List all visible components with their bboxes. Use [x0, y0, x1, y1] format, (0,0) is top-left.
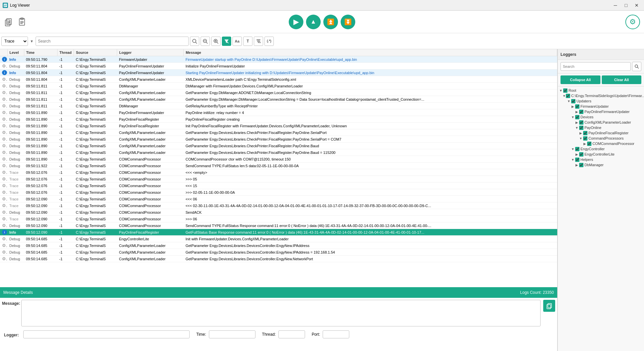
clear-filter-button[interactable]: [222, 37, 231, 46]
table-row[interactable]: ⚙Debug09:50:11.890-1C:\Engy.TerminalSCOM…: [0, 156, 557, 163]
table-row[interactable]: ⚙Debug09:50:11.890-1C:\Engy.TerminalSPay…: [0, 116, 557, 123]
advanced-filter-button[interactable]: [254, 37, 263, 46]
tree-expand-icon[interactable]: ▶: [574, 163, 579, 167]
regex-button[interactable]: (.*): [264, 37, 274, 46]
zoom-plus-button[interactable]: [211, 37, 221, 46]
tree-item[interactable]: ▶COMCommandProcessor: [558, 141, 644, 146]
col-header-level[interactable]: Level: [7, 49, 24, 56]
time-field[interactable]: [209, 330, 255, 338]
case-sensitive-button[interactable]: Aa: [233, 37, 242, 46]
tree-checkbox[interactable]: [575, 147, 579, 151]
table-row[interactable]: ⚙Trace09:50:12.076-1C:\Engy.TerminalSCOM…: [0, 176, 557, 182]
tree-expand-icon[interactable]: ▶: [578, 131, 583, 135]
table-row[interactable]: iInfo09:50:11.790-1C:\Engy.TerminalSFirm…: [0, 56, 557, 63]
tree-expand-icon[interactable]: ▼: [566, 99, 571, 103]
tree-expand-icon[interactable]: ▶: [574, 120, 579, 125]
fast-scroll-down-button[interactable]: ⏬: [341, 15, 355, 29]
table-row[interactable]: ⚙Debug09:50:12.090-1C:\Engy.TerminalSCOM…: [0, 209, 557, 216]
tree-checkbox[interactable]: [575, 158, 579, 162]
tree-checkbox[interactable]: [579, 110, 583, 114]
tree-expand-icon[interactable]: ▼: [563, 93, 566, 98]
tree-expand-icon[interactable]: ▶: [574, 152, 579, 157]
tree-checkbox[interactable]: [579, 120, 583, 125]
tree-checkbox[interactable]: [579, 152, 583, 157]
table-row[interactable]: ⚙Debug09:50:14.685-1C:\Engy.TerminalSEng…: [0, 236, 557, 242]
tree-item[interactable]: ▼C:\Engy.TerminalSide\logs\Updater\Firmw…: [558, 93, 644, 98]
scroll-up-button[interactable]: ▲: [306, 15, 321, 29]
table-row[interactable]: ⚙Trace09:50:12.090-1C:\Engy.TerminalSCOM…: [0, 196, 557, 202]
tree-expand-icon[interactable]: ▶: [582, 141, 587, 146]
tree-expand-icon[interactable]: ▼: [570, 157, 575, 162]
thread-field[interactable]: [278, 330, 305, 338]
tree-item[interactable]: ▼Root: [558, 88, 644, 93]
table-row[interactable]: ⚙Debug09:50:14.685-1C:\Engy.TerminalSCon…: [0, 242, 557, 249]
tree-item[interactable]: ▼Helpers: [558, 157, 644, 162]
table-row[interactable]: ⚙Trace09:50:12.076-1C:\Engy.TerminalSCOM…: [0, 182, 557, 189]
table-row[interactable]: ⚙Trace09:50:12.076-1C:\Engy.TerminalSCOM…: [0, 169, 557, 176]
table-row[interactable]: ⚙Debug09:50:11.811-1C:\Engy.TerminalSDbM…: [0, 83, 557, 89]
tree-checkbox[interactable]: [579, 126, 583, 130]
table-row[interactable]: ⚙Debug09:50:11.811-1C:\Engy.TerminalSCon…: [0, 96, 557, 103]
tree-item[interactable]: ▶ConfigXMLParameterLoader: [558, 120, 644, 125]
tree-item[interactable]: ▼PayOnline: [558, 125, 644, 130]
play-button[interactable]: ▶: [289, 15, 303, 29]
table-row[interactable]: iInfo09:50:11.804-1C:\Engy.TerminalSPayO…: [0, 69, 557, 76]
tree-checkbox[interactable]: [575, 115, 579, 119]
tree-expand-icon[interactable]: ▼: [570, 147, 575, 151]
close-button[interactable]: ✕: [632, 2, 641, 9]
tree-item[interactable]: ▶DbManager: [558, 162, 644, 168]
tree-expand-icon[interactable]: ▼: [570, 115, 575, 119]
table-row[interactable]: iInfo09:50:12.090-1C:\Engy.TerminalSPayO…: [0, 229, 557, 236]
table-row[interactable]: ⚙Debug09:50:11.811-1C:\Engy.TerminalSDbM…: [0, 103, 557, 109]
table-row[interactable]: ⚙Debug09:50:11.804-1C:\Engy.TerminalSPay…: [0, 63, 557, 69]
table-row[interactable]: ⚙Debug09:50:11.890-1C:\Engy.TerminalSPay…: [0, 109, 557, 116]
tree-item[interactable]: ▶PayOnlineFiscalRegister: [558, 130, 644, 136]
table-row[interactable]: ⚙Debug09:50:11.804-1C:\Engy.TerminalSCon…: [0, 76, 557, 83]
tree-expand-icon[interactable]: ▼: [574, 125, 579, 130]
tree-checkbox[interactable]: [587, 142, 591, 146]
maximize-button[interactable]: □: [621, 2, 631, 9]
col-header-time[interactable]: Time: [24, 49, 57, 56]
table-row[interactable]: ⚙Debug09:50:11.811-1C:\Engy.TerminalSCon…: [0, 89, 557, 96]
table-row[interactable]: ⚙Trace09:50:12.090-1C:\Engy.TerminalSCOM…: [0, 202, 557, 209]
table-row[interactable]: ⚙Debug09:50:11.890-1C:\Engy.TerminalSPay…: [0, 123, 557, 129]
clear-all-button[interactable]: Clear All: [602, 75, 642, 84]
table-row[interactable]: ⚙Debug09:50:11.890-1C:\Engy.TerminalSCon…: [0, 143, 557, 149]
collapse-all-button[interactable]: Collapse All: [561, 75, 600, 84]
loggers-tree[interactable]: ▼Root▼C:\Engy.TerminalSide\logs\Updater\…: [558, 86, 644, 351]
tree-item[interactable]: ▶FirmwareUpdater: [558, 104, 644, 109]
tree-expand-icon[interactable]: ▼: [578, 136, 583, 141]
tree-checkbox[interactable]: [571, 99, 575, 103]
tree-checkbox[interactable]: [563, 88, 567, 93]
copy-message-button[interactable]: [543, 300, 555, 312]
minimize-button[interactable]: ─: [611, 2, 620, 9]
log-table-container[interactable]: Level Time Thread Source Logger Message …: [0, 49, 557, 287]
tree-item[interactable]: ▼CommandProcessors: [558, 136, 644, 141]
settings-button[interactable]: ⚙: [625, 15, 640, 29]
tree-checkbox[interactable]: [575, 104, 579, 109]
table-row[interactable]: ⚙Debug09:50:11.890-1C:\Engy.TerminalSCon…: [0, 149, 557, 156]
loggers-search-button[interactable]: [632, 62, 641, 71]
fast-scroll-up-button[interactable]: ⏫: [323, 15, 338, 29]
table-row[interactable]: ⚙Trace09:50:12.090-1C:\Engy.TerminalSCOM…: [0, 216, 557, 222]
zoom-minus-button[interactable]: [201, 37, 210, 46]
table-row[interactable]: ⚙Debug09:50:14.685-1C:\Engy.TerminalSCon…: [0, 249, 557, 256]
copy-button[interactable]: [3, 16, 15, 28]
tree-item[interactable]: ▼Updaters: [558, 98, 644, 104]
tree-item[interactable]: ▼EngyController: [558, 146, 644, 152]
tree-checkbox[interactable]: [583, 131, 587, 135]
search-button[interactable]: [190, 37, 199, 46]
col-header-source[interactable]: Source: [74, 49, 117, 56]
port-field[interactable]: [323, 330, 349, 338]
table-row[interactable]: ⚙Debug09:50:11.922-1C:\Engy.TerminalSCOM…: [0, 163, 557, 169]
table-row[interactable]: ⚙Debug09:50:14.685-1C:\Engy.TerminalSCon…: [0, 256, 557, 262]
table-row[interactable]: ⚙Debug09:50:11.890-1C:\Engy.TerminalSCon…: [0, 129, 557, 136]
tree-expand-icon[interactable]: ▶: [574, 109, 579, 114]
tree-expand-icon[interactable]: ▼: [559, 88, 563, 93]
loggers-search-input[interactable]: [561, 62, 631, 71]
level-select[interactable]: Trace Debug Info Warn Error: [1, 37, 28, 46]
tree-checkbox[interactable]: [583, 136, 587, 141]
table-row[interactable]: ⚙Debug09:50:12.090-1C:\Engy.TerminalSCOM…: [0, 222, 557, 229]
search-input[interactable]: [36, 37, 189, 46]
paste-button[interactable]: [16, 16, 28, 28]
